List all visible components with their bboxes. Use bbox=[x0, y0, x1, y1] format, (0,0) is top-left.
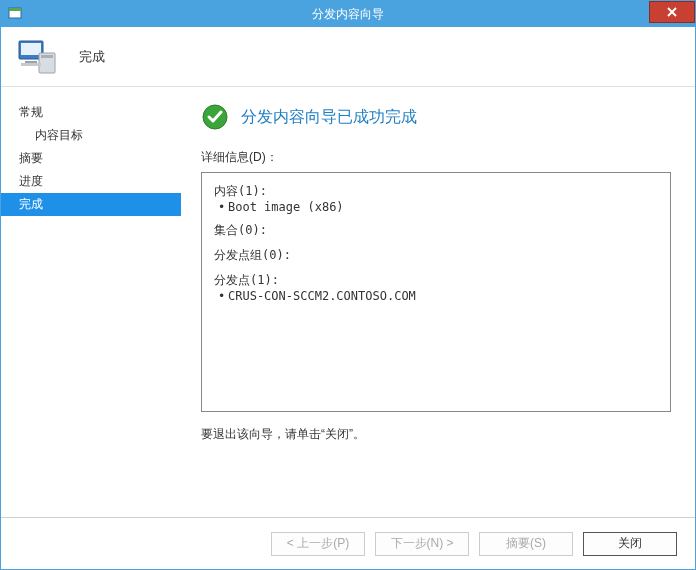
prev-button: < 上一步(P) bbox=[271, 532, 365, 556]
sidebar-item-completion[interactable]: 完成 bbox=[1, 193, 181, 216]
detail-content-label: 内容(1): bbox=[214, 183, 658, 200]
app-icon bbox=[7, 6, 23, 22]
close-button[interactable]: 关闭 bbox=[583, 532, 677, 556]
detail-collection-label: 集合(0): bbox=[214, 222, 658, 239]
success-check-icon bbox=[201, 103, 229, 131]
window-close-button[interactable] bbox=[649, 1, 695, 23]
detail-dp-label: 分发点(1): bbox=[214, 272, 658, 289]
svg-rect-7 bbox=[41, 55, 53, 58]
computer-icon bbox=[15, 35, 59, 79]
wizard-step-title: 完成 bbox=[79, 48, 105, 66]
sidebar-item-general[interactable]: 常规 bbox=[1, 101, 181, 124]
sidebar-item-progress[interactable]: 进度 bbox=[1, 170, 181, 193]
wizard-header: 完成 bbox=[1, 27, 695, 87]
exit-hint: 要退出该向导，请单击“关闭”。 bbox=[201, 426, 671, 443]
svg-rect-8 bbox=[25, 61, 37, 63]
window-title: 分发内容向导 bbox=[312, 6, 384, 23]
close-icon bbox=[666, 6, 678, 18]
detail-dpgroup-label: 分发点组(0): bbox=[214, 247, 658, 264]
next-button: 下一步(N) > bbox=[375, 532, 469, 556]
success-header: 分发内容向导已成功完成 bbox=[201, 103, 671, 131]
detail-content-item: Boot image (x86) bbox=[214, 200, 658, 214]
sidebar: 常规 内容目标 摘要 进度 完成 bbox=[1, 87, 181, 517]
content-pane: 分发内容向导已成功完成 详细信息(D)： 内容(1): Boot image (… bbox=[181, 87, 695, 517]
details-box[interactable]: 内容(1): Boot image (x86) 集合(0): 分发点组(0): … bbox=[201, 172, 671, 412]
summary-button: 摘要(S) bbox=[479, 532, 573, 556]
svg-rect-5 bbox=[21, 43, 41, 55]
sidebar-item-summary[interactable]: 摘要 bbox=[1, 147, 181, 170]
detail-dp-item: CRUS-CON-SCCM2.CONTOSO.COM bbox=[214, 289, 658, 303]
svg-rect-1 bbox=[9, 8, 21, 11]
sidebar-item-content-target[interactable]: 内容目标 bbox=[1, 124, 181, 147]
success-title: 分发内容向导已成功完成 bbox=[241, 107, 417, 128]
wizard-body: 常规 内容目标 摘要 进度 完成 分发内容向导已成功完成 详细信息(D)： 内容… bbox=[1, 87, 695, 517]
details-label: 详细信息(D)： bbox=[201, 149, 671, 166]
wizard-footer: < 上一步(P) 下一步(N) > 摘要(S) 关闭 bbox=[1, 517, 695, 569]
title-bar: 分发内容向导 bbox=[1, 1, 695, 27]
svg-rect-9 bbox=[21, 63, 41, 66]
